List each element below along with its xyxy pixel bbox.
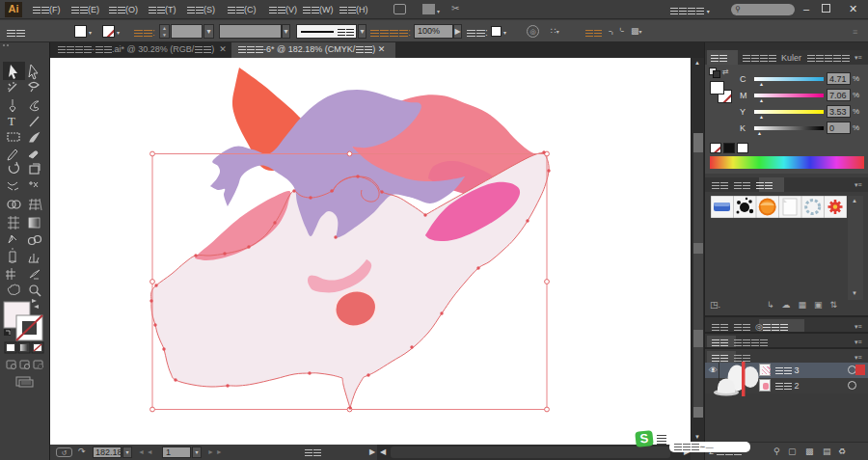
svg-text:T: T <box>8 114 15 128</box>
